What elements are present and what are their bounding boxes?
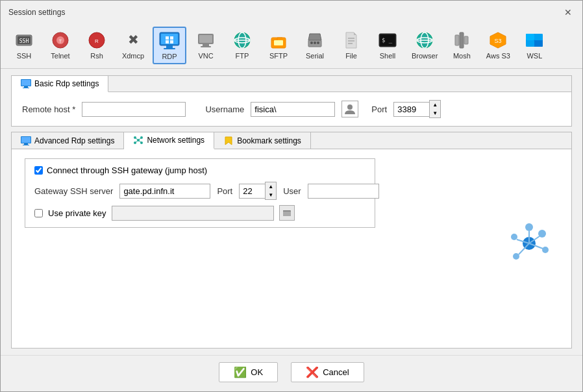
mosh-icon bbox=[451, 30, 472, 51]
private-key-row: Use private key bbox=[34, 205, 366, 221]
bookmark-icon bbox=[223, 136, 234, 145]
port-label: Port bbox=[371, 104, 387, 114]
toolbar-wsl[interactable]: WSL bbox=[517, 27, 551, 64]
toolbar-awss3[interactable]: S3 Aws S3 bbox=[481, 27, 515, 64]
ok-icon: ✅ bbox=[234, 366, 247, 378]
toolbar-sftp[interactable]: SFTP bbox=[262, 27, 295, 64]
svg-rect-15 bbox=[170, 36, 173, 40]
svg-rect-17 bbox=[170, 40, 173, 43]
rsh-label: Rsh bbox=[90, 52, 103, 60]
port-spinner: ▲ ▼ bbox=[429, 100, 441, 118]
private-key-browse-button[interactable] bbox=[279, 205, 295, 221]
title-bar: Session settings ✕ bbox=[1, 1, 582, 23]
dialog-footer: ✅ OK ❌ Cancel bbox=[1, 355, 582, 391]
port-down-button[interactable]: ▼ bbox=[430, 109, 440, 117]
gateway-server-row: Gateway SSH server Port ▲ ▼ User bbox=[34, 182, 366, 200]
svg-point-30 bbox=[314, 42, 316, 44]
network-settings-tab[interactable]: Network settings bbox=[124, 132, 214, 149]
toolbar: SSH SSH T Telnet R bbox=[1, 23, 582, 69]
gateway-server-input[interactable] bbox=[119, 184, 210, 199]
svg-line-68 bbox=[135, 140, 138, 143]
ssh-gateway-legend-label[interactable]: Connect through SSH gateway (jump host) bbox=[47, 165, 207, 175]
ssh-gateway-checkbox[interactable] bbox=[34, 166, 43, 175]
toolbar-browser[interactable]: Browser bbox=[407, 27, 442, 64]
svg-rect-55 bbox=[23, 88, 29, 88]
gateway-port-input[interactable] bbox=[239, 184, 265, 199]
svg-rect-12 bbox=[166, 45, 173, 48]
svg-rect-54 bbox=[24, 86, 28, 88]
svg-rect-53 bbox=[21, 80, 31, 86]
cancel-button[interactable]: ❌ Cancel bbox=[291, 362, 364, 382]
toolbar-rdp[interactable]: RDP bbox=[153, 27, 186, 64]
svg-rect-16 bbox=[166, 40, 169, 43]
network-settings-content: Connect through SSH gateway (jump host) … bbox=[12, 149, 571, 279]
svg-point-78 bbox=[511, 234, 517, 240]
svg-rect-50 bbox=[526, 40, 534, 47]
svg-point-76 bbox=[542, 247, 549, 253]
sftp-icon bbox=[268, 30, 289, 51]
toolbar-telnet[interactable]: T Telnet bbox=[43, 27, 77, 64]
svg-point-31 bbox=[317, 42, 319, 44]
gateway-port-up-button[interactable]: ▲ bbox=[266, 182, 276, 191]
svg-text:SSH: SSH bbox=[19, 38, 29, 44]
toolbar-ftp[interactable]: FTP bbox=[225, 27, 259, 64]
user-picker-button[interactable] bbox=[341, 101, 358, 117]
username-input[interactable] bbox=[251, 102, 335, 117]
svg-line-67 bbox=[138, 138, 142, 140]
toolbar-rsh[interactable]: R Rsh bbox=[80, 27, 114, 64]
port-spinner-group: ▲ ▼ bbox=[393, 100, 441, 118]
svg-rect-59 bbox=[24, 143, 28, 145]
port-up-button[interactable]: ▲ bbox=[430, 101, 440, 109]
svg-rect-60 bbox=[23, 145, 29, 145]
gateway-user-input[interactable] bbox=[308, 184, 379, 199]
ok-button[interactable]: ✅ OK bbox=[219, 362, 278, 382]
file-label: File bbox=[345, 52, 357, 60]
session-settings-dialog: Session settings ✕ SSH SSH T bbox=[0, 0, 583, 392]
basic-rdp-tab-header: Basic Rdp settings bbox=[12, 76, 571, 92]
xdmcp-icon: ✖ bbox=[123, 30, 143, 51]
svg-rect-49 bbox=[534, 34, 543, 40]
gateway-server-label: Gateway SSH server bbox=[34, 186, 113, 196]
toolbar-serial[interactable]: Serial bbox=[298, 27, 332, 64]
close-button[interactable]: ✕ bbox=[562, 6, 575, 19]
file-icon bbox=[341, 30, 362, 51]
ssh-gateway-legend: Connect through SSH gateway (jump host) bbox=[34, 165, 366, 175]
toolbar-vnc[interactable]: VNC bbox=[189, 27, 223, 64]
svg-point-29 bbox=[310, 42, 313, 44]
svg-line-69 bbox=[138, 140, 142, 143]
svg-rect-14 bbox=[166, 36, 169, 40]
user-icon bbox=[343, 103, 356, 115]
toolbar-file[interactable]: File bbox=[334, 27, 368, 64]
svg-rect-58 bbox=[21, 137, 31, 143]
svg-point-74 bbox=[525, 223, 533, 231]
gateway-port-down-button[interactable]: ▼ bbox=[266, 191, 276, 199]
basic-rdp-tab[interactable]: Basic Rdp settings bbox=[12, 76, 108, 92]
private-key-input[interactable] bbox=[112, 206, 274, 221]
vnc-label: VNC bbox=[198, 52, 213, 60]
bookmark-settings-tab[interactable]: Bookmark settings bbox=[214, 132, 311, 149]
username-label: Username bbox=[205, 104, 244, 114]
port-input[interactable] bbox=[393, 102, 429, 117]
serial-label: Serial bbox=[306, 52, 324, 60]
advanced-rdp-tab[interactable]: Advanced Rdp settings bbox=[12, 132, 124, 149]
toolbar-ssh[interactable]: SSH SSH bbox=[7, 27, 41, 64]
ssh-label: SSH bbox=[17, 52, 32, 60]
svg-point-56 bbox=[347, 104, 353, 110]
cancel-icon: ❌ bbox=[306, 366, 319, 378]
use-private-key-label[interactable]: Use private key bbox=[48, 208, 106, 218]
ssh-gateway-group: Connect through SSH gateway (jump host) … bbox=[25, 158, 375, 228]
toolbar-shell[interactable]: $ _ Shell bbox=[371, 27, 404, 64]
toolbar-xdmcp[interactable]: ✖ Xdmcp bbox=[116, 27, 150, 64]
browser-icon bbox=[414, 30, 435, 51]
remote-host-label: Remote host * bbox=[22, 104, 75, 114]
use-private-key-checkbox[interactable] bbox=[34, 209, 43, 217]
remote-host-input[interactable] bbox=[82, 102, 186, 117]
telnet-icon: T bbox=[50, 30, 71, 51]
ssh-icon: SSH bbox=[14, 30, 34, 51]
svg-text:✖: ✖ bbox=[128, 32, 139, 47]
svg-rect-19 bbox=[199, 35, 212, 43]
svg-rect-11 bbox=[161, 34, 178, 44]
toolbar-mosh[interactable]: Mosh bbox=[445, 27, 478, 64]
gateway-user-label: User bbox=[283, 186, 301, 196]
dialog-title: Session settings bbox=[8, 8, 65, 17]
